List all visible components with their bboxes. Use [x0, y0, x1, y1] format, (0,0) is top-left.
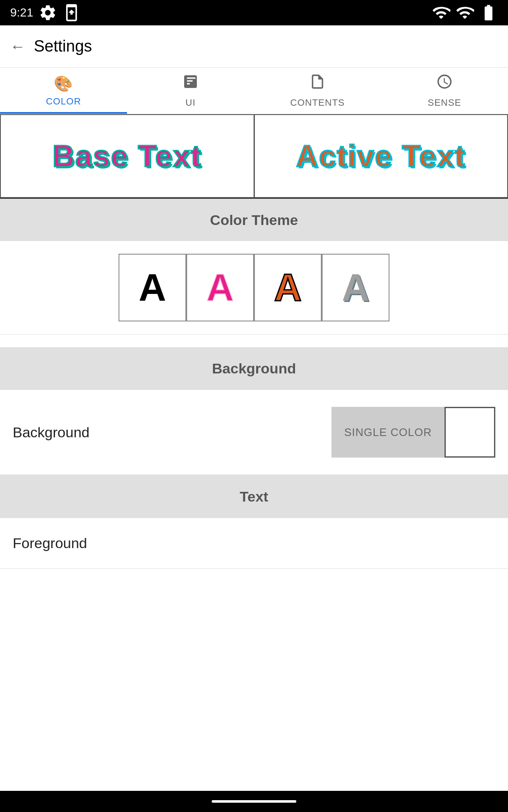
tab-contents-label: CONTENTS [290, 97, 345, 108]
preview-section: Base Text Active Text [0, 114, 508, 199]
color-theme-header: Color Theme [0, 199, 508, 241]
status-time: 9:21 [10, 6, 33, 19]
status-bar: 9:21 [0, 0, 508, 25]
active-text-display: Active Text [296, 139, 466, 173]
tab-color-label: COLOR [46, 96, 81, 107]
tab-ui-label: UI [185, 97, 196, 108]
color-theme-label: Color Theme [210, 212, 298, 228]
background-header: Background [0, 347, 508, 390]
theme-option-plain[interactable]: A [119, 254, 186, 321]
letter-plain: A [139, 266, 166, 310]
back-button[interactable]: ← [10, 38, 25, 55]
foreground-label: Foreground [13, 535, 87, 551]
base-text-preview[interactable]: Base Text [0, 114, 254, 198]
color-swatch[interactable] [444, 407, 495, 458]
sim-icon [62, 3, 81, 22]
status-right [432, 3, 498, 22]
theme-option-orange-border[interactable]: A [254, 254, 322, 321]
text-section-label: Text [240, 488, 268, 505]
doc-icon [309, 73, 326, 94]
letter-pink: A [207, 266, 234, 310]
background-options: SINGLE COLOR [331, 407, 495, 458]
app-bar: ← Settings [0, 25, 508, 68]
text-header: Text [0, 475, 508, 518]
theme-option-pink[interactable]: A [186, 254, 254, 321]
download-box-icon [182, 73, 199, 94]
clock-circle-icon [436, 73, 453, 94]
palette-icon: 🎨 [54, 75, 73, 93]
bottom-nav-bar [0, 791, 508, 812]
active-text-preview[interactable]: Active Text [254, 114, 508, 198]
base-text-display: Base Text [52, 139, 202, 173]
wifi-icon [432, 3, 450, 22]
letter-gray-3d: A [342, 266, 370, 310]
bottom-home-indicator [212, 800, 296, 803]
settings-status-icon [39, 3, 57, 22]
background-row: Background SINGLE COLOR [0, 390, 508, 475]
theme-option-gray-3d[interactable]: A [322, 254, 389, 321]
page-title: Settings [34, 37, 92, 55]
letter-orange-border: A [274, 266, 302, 310]
tab-sense-label: SENSE [428, 97, 461, 108]
foreground-row: Foreground [0, 518, 508, 569]
status-left: 9:21 [10, 3, 81, 22]
signal-icon [456, 3, 474, 22]
tab-sense[interactable]: SENSE [381, 68, 508, 114]
single-color-button[interactable]: SINGLE COLOR [331, 407, 444, 458]
battery-icon [479, 3, 498, 22]
tab-color[interactable]: 🎨 COLOR [0, 68, 127, 114]
color-theme-options: A A A A [0, 241, 508, 335]
tab-bar: 🎨 COLOR UI CONTENTS SENSE [0, 68, 508, 114]
background-row-label: Background [13, 424, 89, 441]
tab-ui[interactable]: UI [127, 68, 254, 114]
tab-contents[interactable]: CONTENTS [254, 68, 381, 114]
background-label: Background [212, 360, 296, 377]
